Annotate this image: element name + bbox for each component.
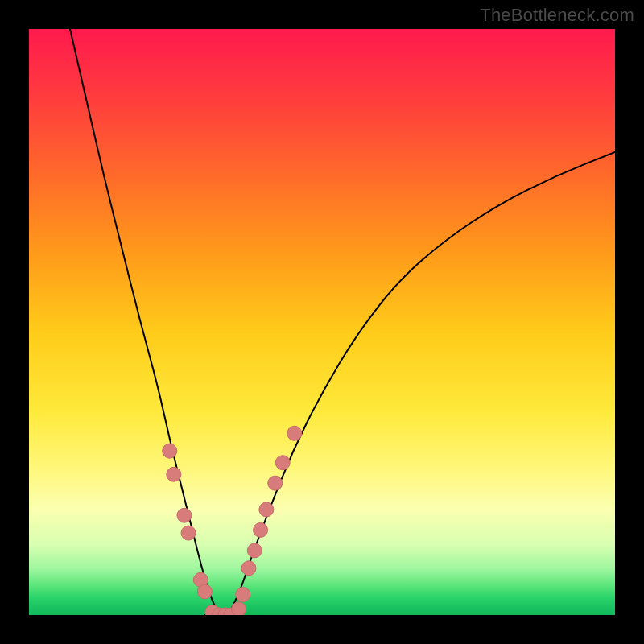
data-marker — [247, 543, 262, 558]
plot-area — [29, 29, 615, 615]
data-marker — [268, 476, 283, 490]
data-marker — [163, 444, 177, 458]
curve-right-branch — [229, 152, 615, 615]
curve-group — [70, 29, 615, 615]
data-marker — [167, 467, 181, 481]
chart-frame: TheBottleneck.com — [0, 0, 644, 644]
data-marker — [275, 456, 290, 470]
data-marker — [236, 588, 250, 602]
data-marker — [177, 508, 192, 522]
curve-left-branch — [70, 29, 220, 615]
marker-group — [163, 426, 302, 615]
chart-svg — [29, 29, 615, 615]
data-marker — [254, 522, 268, 537]
data-marker — [259, 502, 274, 517]
data-marker — [232, 602, 246, 615]
watermark-text: TheBottleneck.com — [480, 5, 634, 26]
data-marker — [242, 561, 256, 576]
data-marker — [287, 426, 302, 440]
data-marker — [181, 526, 196, 540]
data-marker — [197, 584, 212, 599]
